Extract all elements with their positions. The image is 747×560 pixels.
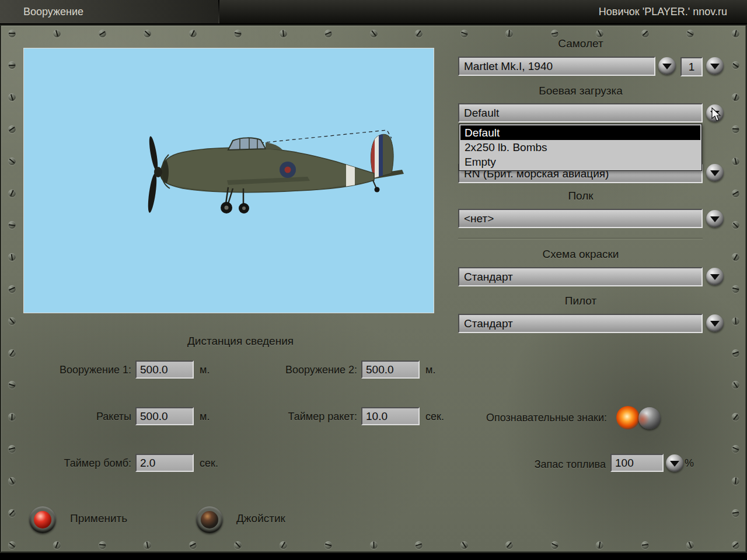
weapon1-unit: м.: [200, 364, 210, 376]
screw-icon: [732, 93, 739, 101]
rocket-timer-label: Таймер ракет:: [260, 411, 357, 423]
apply-button[interactable]: [29, 506, 56, 533]
screw-icon: [8, 349, 16, 357]
regiment-select-arrow-button[interactable]: [706, 210, 724, 228]
screw-icon: [8, 125, 16, 133]
rocket-timer-unit: сек.: [425, 411, 444, 423]
screw-icon: [8, 93, 16, 101]
apply-button-label[interactable]: Применить: [70, 512, 127, 525]
screw-icon: [8, 317, 16, 325]
weapon1-label: Вооружение 1:: [35, 364, 131, 376]
screw-icon: [8, 381, 16, 388]
aircraft-select[interactable]: Martlet Mk.I, 1940: [458, 57, 655, 76]
weapon1-input[interactable]: 500.0: [135, 360, 194, 379]
convergence-title: Дистанция сведения: [153, 335, 328, 348]
markings-lamp-on-icon[interactable]: [616, 406, 640, 429]
loadout-option-empty[interactable]: Empty: [460, 155, 700, 169]
markings-toggle-button[interactable]: [638, 407, 661, 429]
screw-icon: [324, 30, 332, 37]
screw-icon: [144, 30, 151, 37]
bomb-timer-label: Таймер бомб:: [35, 457, 131, 470]
aircraft-count-select[interactable]: 1: [680, 57, 703, 76]
paint-scheme-select-arrow-button[interactable]: [706, 268, 724, 285]
screw-icon: [732, 349, 739, 357]
screw-icon: [596, 30, 603, 37]
screw-icon: [732, 477, 739, 485]
fuel-input[interactable]: 100: [610, 454, 664, 472]
screw-icon: [8, 61, 16, 69]
screw-icon: [641, 541, 649, 549]
screw-icon: [641, 30, 649, 37]
screw-icon: [596, 541, 603, 549]
mouse-cursor-icon: [711, 107, 722, 125]
screw-icon: [732, 221, 739, 229]
chevron-down-icon: [710, 64, 720, 69]
screw-icon: [8, 221, 16, 229]
screw-icon: [234, 30, 242, 37]
aircraft-count-arrow-button[interactable]: [706, 57, 724, 75]
joystick-button-label[interactable]: Джойстик: [236, 512, 285, 525]
bomb-timer-input[interactable]: 2.0: [135, 454, 194, 472]
paint-scheme-section-label: Схема окраски: [458, 248, 703, 261]
pilot-select-arrow-button[interactable]: [706, 314, 724, 332]
screw-icon: [732, 381, 739, 388]
screw-icon: [370, 30, 378, 37]
paint-scheme-select[interactable]: Стандарт: [458, 267, 703, 286]
screw-icon: [8, 477, 16, 485]
regiment-select[interactable]: <нет>: [458, 209, 703, 228]
screw-icon: [732, 445, 739, 453]
screw-icon: [732, 125, 739, 133]
loadout-option-bombs[interactable]: 2x250 lb. Bombs: [460, 140, 700, 155]
chevron-down-icon: [710, 274, 720, 280]
screw-icon: [505, 30, 513, 37]
title-bar: Вооружение Новичок 'PLAYER.' nnov.ru: [0, 0, 747, 24]
screw-icon: [189, 30, 197, 37]
aircraft-select-arrow-button[interactable]: [658, 57, 676, 75]
loadout-section-label: Боевая загрузка: [458, 85, 703, 97]
screw-icon: [686, 30, 694, 37]
rockets-input[interactable]: 500.0: [135, 407, 194, 425]
screw-icon: [324, 541, 332, 549]
fuel-arrow-button[interactable]: [666, 454, 683, 472]
pilot-section-label: Пилот: [458, 295, 703, 307]
loadout-options-list: Default 2x250 lb. Bombs Empty: [459, 124, 702, 171]
country-select-arrow-button[interactable]: [706, 164, 724, 181]
fuel-label: Запас топлива: [484, 459, 606, 471]
chevron-down-icon: [710, 170, 720, 176]
screw-icon: [686, 541, 694, 549]
screw-icon: [280, 541, 287, 549]
screw-icon: [144, 541, 151, 549]
chevron-down-icon: [710, 216, 720, 222]
screw-icon: [551, 541, 558, 549]
screw-icon: [460, 541, 468, 549]
screw-icon: [8, 509, 16, 517]
loadout-option-default[interactable]: Default: [460, 125, 700, 140]
title-bar-divider: [218, 0, 219, 23]
dark-button-icon: [201, 511, 218, 528]
weapon2-input[interactable]: 500.0: [361, 360, 420, 379]
rockets-label: Ракеты: [35, 411, 131, 423]
screw-icon: [732, 158, 739, 165]
player-name: Новичок 'PLAYER.' nnov.ru: [599, 0, 727, 23]
screw-icon: [280, 30, 287, 37]
bomb-timer-unit: сек.: [200, 457, 218, 470]
screw-icon: [8, 190, 16, 197]
screw-icon: [732, 61, 739, 69]
screw-icon: [8, 413, 16, 421]
screw-icon: [732, 285, 739, 293]
screw-icon: [732, 190, 739, 197]
screw-icon: [8, 541, 16, 549]
screw-icon: [732, 317, 739, 325]
fuel-unit: %: [685, 457, 694, 470]
aircraft-preview: [23, 48, 434, 313]
screw-icon: [8, 158, 16, 165]
screw-icon: [732, 30, 739, 37]
screw-icon: [551, 30, 558, 37]
chevron-down-icon: [710, 321, 720, 327]
loadout-select[interactable]: Default: [458, 103, 703, 123]
pilot-select[interactable]: Стандарт: [458, 314, 703, 333]
joystick-button[interactable]: [196, 506, 223, 533]
screw-icon: [732, 541, 739, 549]
rocket-timer-input[interactable]: 10.0: [361, 407, 420, 425]
regiment-section-label: Полк: [458, 190, 703, 202]
